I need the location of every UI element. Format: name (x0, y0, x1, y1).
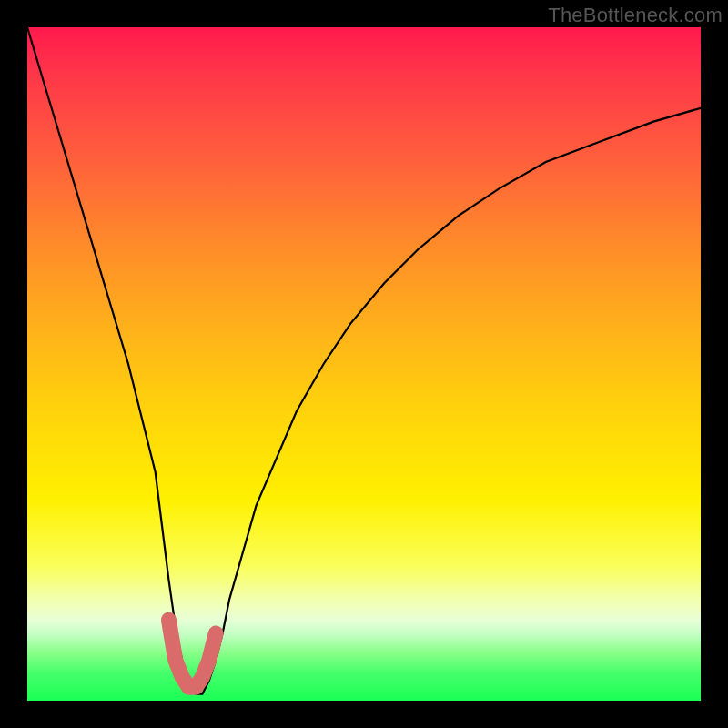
bottleneck-curve-svg (27, 27, 701, 701)
plot-area (27, 27, 701, 701)
chart-frame: TheBottleneck.com (0, 0, 728, 728)
bottleneck-curve (27, 27, 701, 694)
highlighted-minimum-segment (168, 620, 216, 687)
watermark-label: TheBottleneck.com (548, 4, 723, 27)
